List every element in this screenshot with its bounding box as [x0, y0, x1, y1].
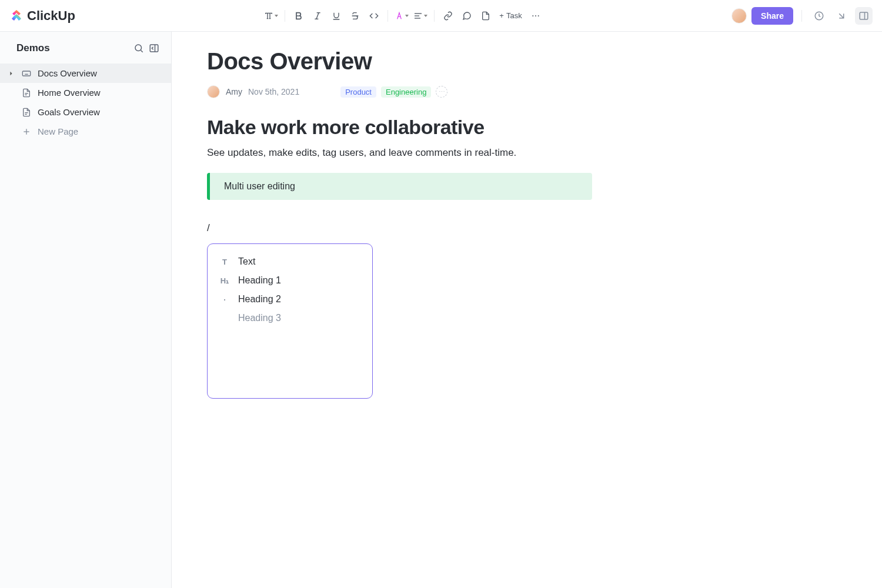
align-button[interactable]: [412, 7, 429, 25]
sidebar-item-label: New Page: [38, 126, 78, 136]
chevron-right-icon: [7, 71, 15, 76]
strikethrough-button[interactable]: [346, 7, 364, 25]
topbar-right: Share: [731, 7, 873, 25]
svg-point-12: [135, 45, 142, 51]
topbar: ClickUp + Task Share: [0, 0, 882, 32]
tag-engineering[interactable]: Engineering: [381, 86, 431, 98]
link-button[interactable]: [439, 7, 457, 25]
keyboard-icon: [21, 69, 32, 78]
toolbar-separator: [801, 10, 802, 22]
doc-date: Nov 5th, 2021: [248, 87, 299, 96]
svg-line-13: [141, 50, 142, 52]
slash-item-label: Heading 2: [238, 294, 281, 305]
callout-text: Multi user editing: [224, 181, 295, 191]
text-color-button[interactable]: [393, 7, 410, 25]
toolbar-separator: [285, 10, 285, 22]
plus-icon: +: [499, 11, 504, 20]
comment-button[interactable]: [458, 7, 476, 25]
doc-body-text[interactable]: See updates, make edits, tag users, and …: [207, 147, 689, 159]
history-icon[interactable]: [810, 7, 828, 25]
slash-item-label: Heading 1: [238, 275, 281, 286]
sidebar-item-label: Docs Overview: [38, 68, 97, 78]
h2-icon: ·: [219, 295, 230, 304]
bold-button[interactable]: [290, 7, 308, 25]
export-icon[interactable]: [833, 7, 850, 25]
slash-item-text[interactable]: T Text: [208, 252, 372, 271]
toolbar-separator: [434, 10, 435, 22]
brand[interactable]: ClickUp: [9, 8, 75, 24]
sidebar-item-label: Goals Overview: [38, 107, 100, 117]
tag-product[interactable]: Product: [340, 86, 376, 98]
user-avatar[interactable]: [731, 8, 747, 24]
sidebar-item-home-overview[interactable]: Home Overview: [0, 83, 171, 102]
more-button[interactable]: [527, 7, 544, 25]
text-icon: T: [219, 258, 230, 266]
author-name: Amy: [226, 87, 242, 96]
author-avatar[interactable]: [207, 85, 220, 98]
sidebar: Demos Docs Overview Home Overview Goals …: [0, 32, 172, 588]
h1-icon: H₁: [219, 276, 230, 285]
svg-rect-16: [22, 71, 30, 76]
share-button[interactable]: Share: [751, 7, 793, 25]
callout-block[interactable]: Multi user editing: [207, 173, 592, 200]
doc-tags: Product Engineering ⋯: [340, 86, 447, 98]
sidebar-title: Demos: [16, 42, 50, 54]
sidebar-new-page[interactable]: New Page: [0, 122, 171, 141]
clickup-logo-icon: [9, 9, 24, 23]
plus-icon: [21, 127, 32, 136]
underline-button[interactable]: [328, 7, 345, 25]
doc-icon: [21, 88, 32, 98]
panel-toggle-icon[interactable]: [855, 7, 873, 25]
page-button[interactable]: [477, 7, 495, 25]
text-style-button[interactable]: [262, 7, 280, 25]
brand-name: ClickUp: [27, 8, 75, 24]
sidebar-nav: Docs Overview Home Overview Goals Overvi…: [0, 60, 171, 141]
code-button[interactable]: [365, 7, 383, 25]
doc-icon: [21, 108, 32, 117]
sidebar-item-goals-overview[interactable]: Goals Overview: [0, 102, 171, 122]
add-task-button[interactable]: + Task: [496, 11, 525, 20]
svg-line-2: [316, 12, 319, 19]
svg-point-6: [532, 15, 533, 16]
main: Demos Docs Overview Home Overview Goals …: [0, 32, 882, 588]
document-area[interactable]: Docs Overview Amy Nov 5th, 2021 Product …: [172, 32, 882, 588]
sidebar-header: Demos: [0, 32, 171, 60]
slash-trigger[interactable]: /: [207, 222, 689, 234]
task-label: Task: [506, 11, 522, 20]
slash-command-menu: T Text H₁ Heading 1 · Heading 2 Heading …: [207, 243, 373, 399]
toolbar-separator: [387, 10, 388, 22]
doc-heading[interactable]: Make work more collaborative: [207, 116, 689, 139]
add-tag-button[interactable]: ⋯: [436, 86, 447, 98]
svg-rect-10: [860, 12, 868, 19]
sidebar-item-label: Home Overview: [38, 88, 101, 98]
slash-item-heading1[interactable]: H₁ Heading 1: [208, 271, 372, 290]
formatting-toolbar: + Task: [75, 7, 731, 25]
italic-button[interactable]: [309, 7, 326, 25]
sidebar-collapse-icon[interactable]: [149, 43, 159, 54]
svg-point-8: [537, 15, 539, 16]
slash-item-label: Text: [238, 256, 255, 267]
svg-point-7: [535, 15, 536, 16]
doc-meta: Amy Nov 5th, 2021 Product Engineering ⋯: [207, 85, 689, 98]
sidebar-search-icon[interactable]: [133, 43, 144, 54]
slash-item-heading2[interactable]: · Heading 2: [208, 290, 372, 309]
sidebar-item-docs-overview[interactable]: Docs Overview: [0, 64, 171, 83]
doc-title[interactable]: Docs Overview: [207, 48, 689, 75]
slash-item-label: Heading 3: [238, 313, 281, 323]
slash-item-heading3[interactable]: Heading 3: [208, 309, 372, 328]
